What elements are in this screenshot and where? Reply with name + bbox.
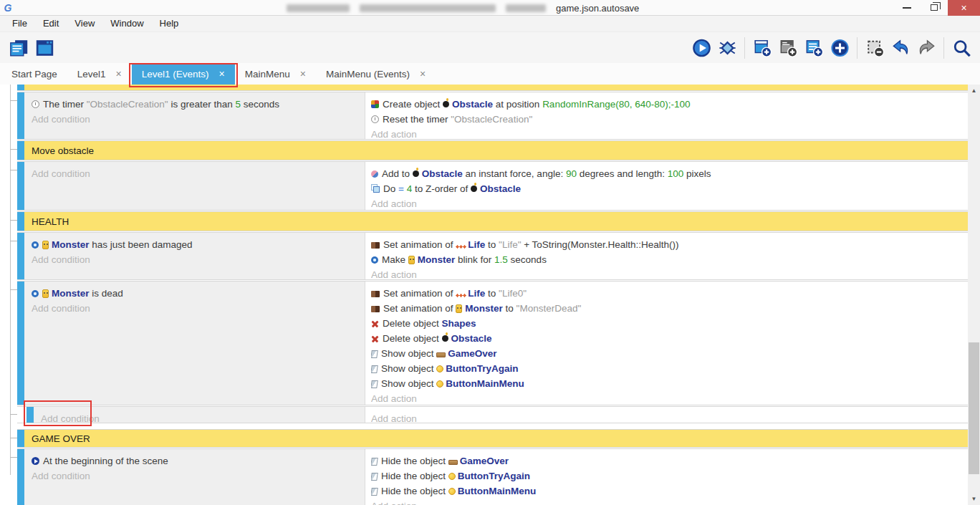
add-event-button[interactable] (749, 35, 775, 61)
event-handle[interactable] (17, 85, 24, 90)
action-item[interactable]: Make Monster blink for 1.5 seconds (371, 252, 962, 267)
scrollbar-thumb[interactable] (969, 342, 979, 474)
redo-button[interactable] (913, 35, 939, 61)
event-handle[interactable] (17, 141, 24, 160)
action-item[interactable]: Hide the object ButtonTryAgain (371, 468, 962, 484)
action-item[interactable]: Reset the timer "ObstacleCreation" (371, 112, 962, 127)
object-name: Obstacle (451, 333, 492, 344)
actions-column[interactable]: Add to Obstacle an instant force, angle:… (365, 162, 968, 210)
comment-text[interactable]: GAME OVER (24, 430, 968, 447)
action-item[interactable]: Hide the object GameOver (371, 453, 962, 468)
actions-column[interactable]: Set animation of Life to "Life0"Set anim… (365, 282, 968, 405)
remove-event-button[interactable] (862, 35, 888, 61)
condition-item[interactable]: Monster is dead (32, 286, 359, 301)
add-condition-placeholder[interactable]: Add condition (41, 411, 359, 423)
actions-column[interactable]: Add action (365, 407, 968, 423)
set-animation-icon (371, 306, 380, 312)
add-something-button[interactable] (827, 35, 852, 61)
event-handle[interactable] (17, 282, 24, 405)
menu-item-window[interactable]: Window (102, 16, 151, 32)
action-item[interactable]: Create object Obstacle at position Rando… (371, 97, 962, 112)
actions-column[interactable]: Hide the object GameOverHide the object … (365, 449, 968, 505)
add-subevent-button[interactable] (775, 35, 801, 61)
restore-button[interactable] (921, 0, 948, 16)
add-condition-placeholder[interactable]: Add condition (32, 252, 359, 267)
menu-item-view[interactable]: View (67, 16, 102, 32)
menu-item-file[interactable]: File (4, 16, 35, 32)
action-item[interactable]: Show object GameOver (371, 346, 962, 361)
add-condition-placeholder[interactable]: Add condition (32, 301, 359, 316)
project-manager-button[interactable] (6, 35, 32, 61)
event-handle[interactable] (27, 407, 34, 423)
menu-item-edit[interactable]: Edit (35, 16, 67, 32)
search-button[interactable] (948, 35, 974, 61)
event-handle[interactable] (17, 92, 24, 139)
action-item[interactable]: Show object ButtonMainMenu (371, 376, 962, 391)
tab-close-icon[interactable]: × (420, 68, 426, 80)
comment-text[interactable]: HEALTH (24, 212, 968, 231)
tab-level1[interactable]: Level1× (67, 63, 132, 85)
add-action-placeholder[interactable]: Add action (371, 127, 962, 139)
conditions-column[interactable]: The timer "ObstacleCreation" is greater … (24, 92, 365, 139)
conditions-column[interactable]: Add condition (24, 162, 365, 210)
action-item[interactable]: Set animation of Monster to "MonsterDead… (371, 301, 962, 316)
action-item[interactable]: Delete object Obstacle (371, 331, 962, 346)
run-button[interactable] (688, 35, 714, 61)
action-item[interactable]: Set animation of Life to "Life" + ToStri… (371, 237, 962, 252)
condition-item[interactable]: The timer "ObstacleCreation" is greater … (32, 97, 359, 112)
conditions-column[interactable]: Monster is deadAdd condition (24, 282, 365, 405)
condition-item[interactable]: Monster has just been damaged (32, 237, 359, 252)
text-segment: Add action (371, 393, 417, 404)
timer-icon (32, 100, 39, 108)
text-segment: Do (383, 183, 398, 194)
action-item[interactable]: Delete object Shapes (371, 316, 962, 331)
add-condition-placeholder[interactable]: Add condition (32, 166, 359, 181)
add-action-placeholder[interactable]: Add action (371, 499, 962, 505)
condition-item[interactable]: At the beginning of the scene (32, 453, 359, 468)
event-row: At the beginning of the sceneAdd conditi… (0, 448, 968, 505)
visibility-icon (371, 473, 378, 481)
action-item[interactable]: Add to Obstacle an instant force, angle:… (371, 166, 962, 181)
comment-text[interactable] (24, 85, 968, 90)
scroll-up-arrow[interactable]: ▲ (968, 85, 980, 97)
action-item[interactable]: Set animation of Life to "Life0" (371, 286, 962, 301)
menu-item-help[interactable]: Help (152, 16, 187, 32)
add-condition-placeholder[interactable]: Add condition (32, 112, 359, 127)
add-action-placeholder[interactable]: Add action (371, 267, 962, 279)
event-handle[interactable] (17, 430, 24, 447)
add-condition-placeholder[interactable]: Add condition (32, 468, 359, 484)
debug-button[interactable] (714, 35, 740, 61)
tab-mainmenu-events[interactable]: MainMenu (Events)× (316, 63, 436, 85)
add-action-placeholder[interactable]: Add action (371, 411, 962, 423)
event-handle[interactable] (17, 212, 24, 231)
action-item[interactable]: Do = 4 to Z-order of Obstacle (371, 181, 962, 196)
scroll-down-arrow[interactable]: ▼ (968, 493, 980, 505)
tab-start-page[interactable]: Start Page (1, 63, 67, 85)
close-button[interactable]: × (948, 0, 980, 16)
event-handle[interactable] (17, 449, 24, 505)
minimize-button[interactable] (893, 0, 921, 16)
actions-column[interactable]: Create object Obstacle at position Rando… (365, 92, 968, 139)
search-icon (952, 39, 971, 57)
conditions-column[interactable]: Add condition (34, 407, 365, 423)
add-action-placeholder[interactable]: Add action (371, 391, 962, 405)
tab-close-icon[interactable]: × (300, 68, 306, 80)
add-action-placeholder[interactable]: Add action (371, 196, 962, 210)
conditions-column[interactable]: At the beginning of the sceneAdd conditi… (24, 449, 365, 505)
visibility-icon (371, 350, 378, 358)
action-item[interactable]: Show object ButtonTryAgain (371, 361, 962, 376)
action-item[interactable]: Hide the object ButtonMainMenu (371, 484, 962, 499)
tab-close-icon[interactable]: × (116, 68, 122, 80)
vertical-scrollbar[interactable]: ▲ ▼ (968, 85, 980, 505)
tab-level1-events[interactable]: Level1 (Events)× (132, 63, 235, 85)
undo-button[interactable] (888, 35, 913, 61)
comment-text[interactable]: Move obstacle (24, 141, 968, 160)
event-handle[interactable] (17, 233, 24, 279)
scene-editor-button[interactable] (32, 35, 57, 61)
add-comment-button[interactable] (801, 35, 827, 61)
tab-mainmenu[interactable]: MainMenu× (235, 63, 316, 85)
event-handle[interactable] (17, 162, 24, 210)
actions-column[interactable]: Set animation of Life to "Life" + ToStri… (365, 233, 968, 279)
conditions-column[interactable]: Monster has just been damagedAdd conditi… (24, 233, 365, 279)
tab-close-icon[interactable]: × (219, 68, 225, 80)
